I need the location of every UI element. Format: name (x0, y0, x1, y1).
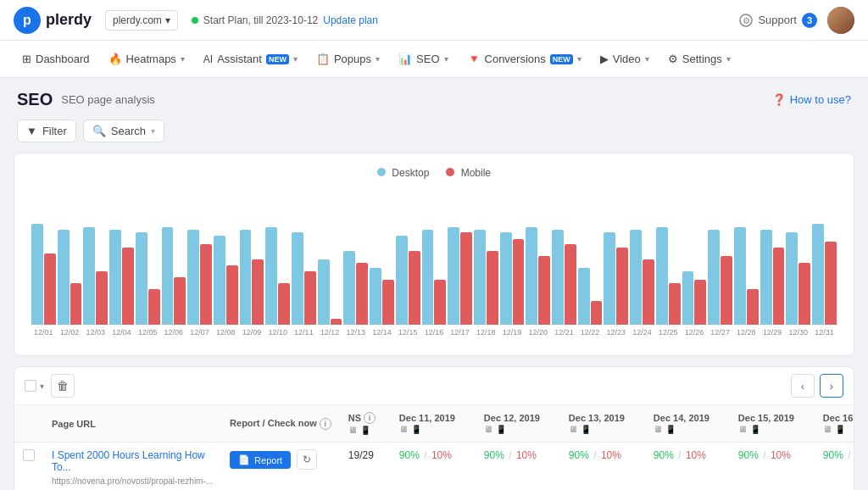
bar-group (240, 230, 264, 325)
delete-button[interactable]: 🗑 (51, 374, 75, 398)
logo[interactable]: p plerdy (14, 7, 92, 34)
assistant-badge: NEW (266, 54, 289, 64)
search-label: Search (111, 125, 146, 137)
nav-item-dashboard[interactable]: ⊞ Dashboard (14, 47, 98, 70)
support-icon: ⚙ (739, 14, 753, 27)
chart-label: 12/27 (708, 328, 732, 337)
domain-label: plerdy.com (113, 14, 162, 26)
bar-group (500, 232, 525, 325)
domain-selector[interactable]: plerdy.com ▾ (105, 10, 178, 31)
desktop-icon: 🖥 (654, 425, 662, 434)
update-plan-link[interactable]: Update plan (323, 14, 378, 26)
bar-group (604, 232, 628, 325)
filter-label: Filter (42, 125, 67, 137)
report-info-icon[interactable]: i (320, 418, 331, 430)
desktop-bar (214, 236, 225, 325)
desktop-legend-label: Desktop (392, 167, 429, 179)
search-icon: 🔍 (92, 125, 106, 137)
nav-item-settings[interactable]: ⚙ Settings ▾ (659, 47, 739, 70)
ns-info-icon[interactable]: i (364, 412, 376, 424)
report-icon: 📄 (238, 454, 250, 465)
chart-label: 12/05 (136, 328, 160, 337)
mobile-bar (174, 277, 186, 325)
settings-icon: ⚙ (668, 53, 678, 65)
refresh-button[interactable]: ↻ (297, 449, 317, 470)
chart-label: 12/10 (265, 328, 290, 337)
chart-label: 12/18 (474, 328, 498, 337)
nav-label-video: Video (613, 53, 641, 65)
navbar: ⊞ Dashboard 🔥 Heatmaps ▾ AI Assistant NE… (0, 41, 868, 78)
chart-label: 12/16 (422, 328, 447, 337)
plan-info: Start Plan, till 2023-10-12 Update plan (192, 14, 740, 26)
conversions-icon: 🔻 (467, 53, 481, 65)
bar-group (187, 230, 212, 325)
bar-group (448, 227, 472, 325)
nav-item-conversions[interactable]: 🔻 Conversions NEW ▾ (459, 47, 590, 70)
col-checkbox (14, 405, 43, 443)
how-to-use-link[interactable]: ❓ How to use? (772, 93, 851, 106)
bar-group (552, 230, 576, 325)
chart-label: 12/14 (370, 328, 394, 337)
next-page-button[interactable]: › (820, 374, 843, 398)
row-checkbox[interactable] (23, 449, 35, 461)
nav-label-seo: SEO (416, 53, 439, 65)
row-date-1-cell: 90% / 10% (391, 443, 476, 491)
mobile-legend-label: Mobile (461, 167, 491, 179)
chevron-down-icon: ▾ (726, 54, 731, 64)
report-label: Report (254, 455, 282, 465)
bar-group (343, 251, 368, 325)
mobile-icon: 📱 (496, 425, 506, 434)
nav-item-popups[interactable]: 📋 Popups ▾ (308, 47, 388, 70)
filter-button[interactable]: ▼ Filter (17, 120, 76, 142)
bar-group (812, 224, 837, 325)
chart-labels: 12/0112/0212/0312/0412/0512/0612/0712/08… (28, 328, 840, 337)
desktop-bar (500, 232, 512, 325)
desktop-icon: 🖥 (738, 425, 747, 434)
page-url-link[interactable]: I Spent 2000 Hours Learning How To... (52, 449, 213, 473)
report-button[interactable]: 📄 Report (230, 451, 291, 469)
col-ns: NS i 🖥 📱 (340, 405, 391, 443)
mobile-bar (798, 263, 810, 325)
nav-label-popups: Popups (334, 53, 371, 65)
desktop-small-icon: 🖥 (348, 426, 357, 435)
nav-item-assistant[interactable]: AI Assistant NEW ▾ (195, 47, 306, 70)
col-date-2: Dec 12, 2019 🖥 📱 (476, 405, 560, 443)
chart-label: 12/15 (396, 328, 420, 337)
chart-label: 12/17 (448, 328, 472, 337)
mobile-icon: 📱 (581, 425, 591, 434)
search-button[interactable]: 🔍 Search ▾ (83, 120, 164, 142)
chart-label: 12/30 (786, 328, 810, 337)
select-all-checkbox[interactable] (25, 380, 36, 392)
desktop-bar (292, 232, 303, 325)
desktop-bar (58, 230, 70, 325)
nav-item-heatmaps[interactable]: 🔥 Heatmaps ▾ (100, 47, 193, 70)
avatar[interactable] (827, 7, 854, 34)
nav-label-assistant: Assistant (217, 53, 262, 65)
chart-label: 12/29 (760, 328, 785, 337)
desktop-bar (526, 227, 537, 325)
prev-page-button[interactable]: ‹ (791, 374, 815, 398)
nav-item-video[interactable]: ▶ Video ▾ (592, 47, 658, 70)
mobile-bar (721, 256, 732, 325)
nav-label-settings: Settings (682, 53, 722, 65)
popups-icon: 📋 (316, 53, 330, 65)
bar-group (214, 236, 238, 325)
logo-text: plerdy (46, 11, 92, 29)
row-ns-cell: 19/29 (340, 443, 391, 491)
checkbox-dropdown-icon[interactable]: ▾ (40, 381, 44, 391)
svg-text:⚙: ⚙ (743, 16, 750, 25)
bar-group (136, 232, 160, 325)
mobile-bar (356, 263, 368, 325)
desktop-icon: 🖥 (399, 425, 408, 434)
video-icon: ▶ (600, 53, 609, 65)
support-button[interactable]: ⚙ Support 3 (739, 13, 817, 28)
nav-item-seo[interactable]: 📊 SEO ▾ (390, 47, 456, 70)
desktop-bar (682, 271, 694, 325)
bar-group (422, 230, 447, 325)
dashboard-icon: ⊞ (22, 53, 31, 65)
desktop-bar (396, 236, 408, 325)
bar-group (786, 232, 810, 325)
mobile-bar (643, 259, 654, 325)
mobile-bar (382, 280, 394, 325)
page-title-area: SEO SEO page analysis (17, 90, 155, 109)
